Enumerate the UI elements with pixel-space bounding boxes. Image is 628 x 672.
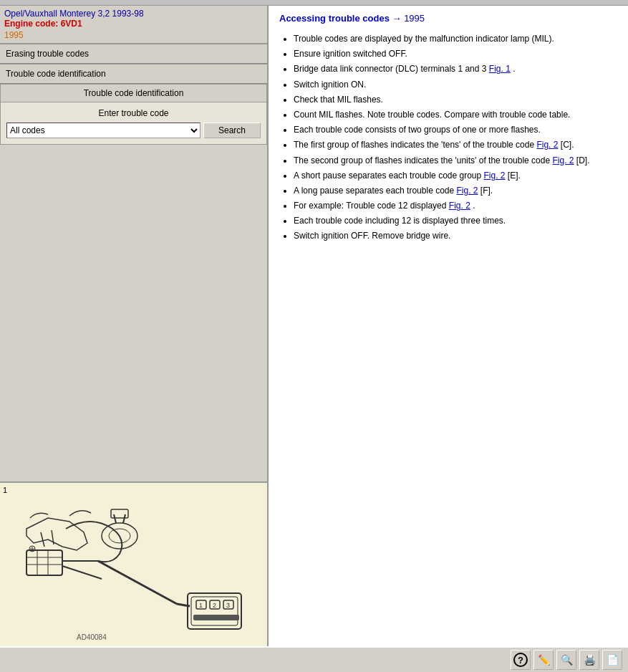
bullet-8: The first group of flashes indicates the… [294, 138, 617, 152]
code-input-row: All codes Search [6, 123, 261, 138]
document-icon: 📄 [607, 654, 619, 666]
search-tool-icon: 🔍 [561, 654, 573, 666]
fig2ex-link[interactable]: Fig. 2 [449, 201, 470, 211]
bullet-2: Ensure ignition switched OFF. [294, 47, 617, 61]
fig2f-link[interactable]: Fig. 2 [457, 186, 478, 196]
bullet-9: The second group of flashes indicates th… [294, 154, 617, 168]
content-year-link[interactable]: 1995 [404, 13, 425, 24]
bullet-3: Bridge data link connector (DLC) termina… [294, 62, 617, 76]
trouble-code-section: Trouble code identification Enter troubl… [0, 84, 267, 145]
content-main-title: Accessing trouble codes [279, 13, 390, 24]
bullet-5: Check that MIL flashes. [294, 93, 617, 107]
bullet-11: A long pause separates each trouble code… [294, 184, 617, 198]
bullet-list: Trouble codes are displayed by the malfu… [279, 32, 617, 244]
figure-section: 1 [0, 481, 267, 646]
help-button[interactable]: ? [511, 650, 531, 670]
content-arrow: → [392, 13, 405, 24]
bullet-6: Count MIL flashes. Note trouble codes. C… [294, 108, 617, 122]
bottom-toolbar: ? ✏️ 🔍 🖨️ 📄 [0, 646, 628, 672]
code-identification-nav[interactable]: Trouble code identification [0, 64, 267, 84]
enter-code-label: Enter trouble code [6, 108, 261, 118]
code-select[interactable]: All codes [6, 123, 201, 138]
bullet-13: Each trouble code including 12 is displa… [294, 214, 617, 228]
year-link[interactable]: 1995 [4, 29, 263, 42]
search-tool-button[interactable]: 🔍 [556, 650, 576, 670]
pencil-button[interactable]: ✏️ [533, 650, 554, 670]
fig2d-link[interactable]: Fig. 2 [552, 155, 574, 165]
top-bar [0, 0, 628, 6]
nav-section: Erasing trouble codes Trouble code ident… [0, 44, 267, 84]
diagram-svg: 1 2 3 [5, 486, 263, 643]
fig1-link[interactable]: Fig. 1 [489, 64, 511, 74]
pencil-icon: ✏️ [538, 654, 550, 666]
trouble-code-header: Trouble code identification [1, 85, 266, 102]
erasing-codes-nav[interactable]: Erasing trouble codes [0, 44, 267, 64]
figure-image: 1 2 3 [0, 483, 267, 646]
help-icon: ? [513, 653, 528, 667]
bullet-10: A short pause separates each trouble cod… [294, 169, 617, 183]
engine-code: Engine code: 6VD1 [4, 19, 263, 29]
bullet-12: For example: Trouble code 12 displayed F… [294, 199, 617, 213]
fig2e-link[interactable]: Fig. 2 [484, 171, 506, 181]
right-panel: Accessing trouble codes → 1995 Trouble c… [269, 6, 628, 646]
bullet-1: Trouble codes are displayed by the malfu… [294, 32, 617, 46]
svg-text:2: 2 [213, 602, 216, 609]
bullet-4: Switch ignition ON. [294, 78, 617, 92]
trouble-code-body: Enter trouble code All codes Search [1, 102, 266, 144]
bullet-7: Each trouble code consists of two groups… [294, 123, 617, 137]
document-button[interactable]: 📄 [602, 650, 622, 670]
search-button[interactable]: Search [203, 123, 261, 138]
bullet-14: Switch ignition OFF. Remove bridge wire. [294, 229, 617, 243]
main-container: Opel/Vauxhall Monterey 3,2 1993-98 Engin… [0, 6, 628, 646]
trouble-code-header-label: Trouble code identification [84, 88, 184, 98]
left-panel: Opel/Vauxhall Monterey 3,2 1993-98 Engin… [0, 6, 269, 646]
figure-label: 1 [3, 486, 7, 494]
header-section: Opel/Vauxhall Monterey 3,2 1993-98 Engin… [0, 6, 267, 44]
print-icon: 🖨️ [584, 654, 596, 666]
left-empty-area [0, 145, 267, 481]
svg-rect-24 [193, 615, 239, 620]
content-title: Accessing trouble codes → 1995 [279, 13, 617, 24]
svg-text:3: 3 [226, 602, 230, 609]
vehicle-title: Opel/Vauxhall Monterey 3,2 1993-98 [4, 9, 263, 19]
svg-text:AD40084: AD40084 [77, 633, 107, 641]
print-button[interactable]: 🖨️ [579, 650, 599, 670]
svg-text:1: 1 [199, 602, 203, 609]
fig2c-link[interactable]: Fig. 2 [536, 140, 558, 150]
